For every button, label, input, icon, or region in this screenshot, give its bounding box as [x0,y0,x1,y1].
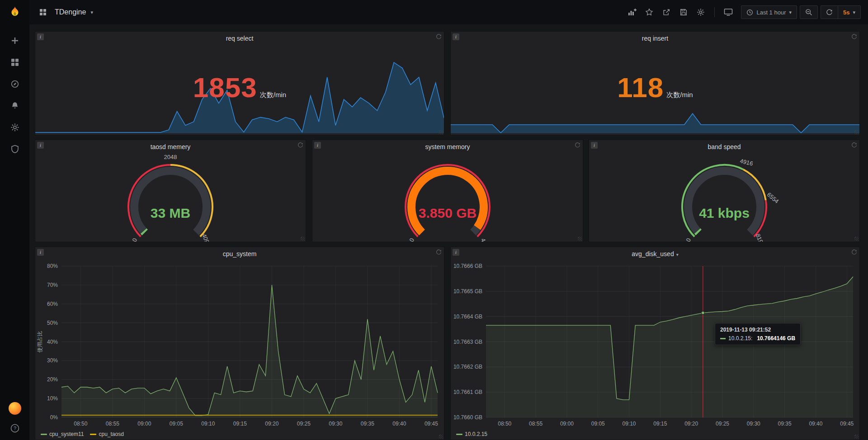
svg-text:09:30: 09:30 [329,421,342,427]
svg-text:09:20: 09:20 [684,421,698,427]
panel-title[interactable]: band speed [589,143,859,150]
panel-title[interactable]: req insert [451,35,859,42]
gauge-chart[interactable]: 02048409633 MB [75,154,265,242]
chart-legend: 10.0.2.15 [456,431,494,437]
svg-text:09:05: 09:05 [170,421,183,427]
panel-title[interactable]: system memory [312,143,583,150]
svg-text:09:25: 09:25 [297,421,311,427]
dashboard-settings-gear-icon[interactable] [693,5,708,19]
panel-req-select: i req select 1853次数/min [35,31,444,136]
star-icon[interactable] [642,5,656,19]
create-plus-icon[interactable] [9,35,20,46]
zoom-out-button[interactable] [800,5,818,19]
svg-text:09:20: 09:20 [265,421,278,427]
clock-icon [746,9,753,16]
timeseries-chart[interactable]: 08:5008:5509:0009:0509:1009:1509:2009:25… [451,261,859,440]
apps-grid-icon[interactable] [36,5,50,19]
refresh-icon [826,9,833,16]
gauge-chart[interactable]: 043.850 GB [353,154,542,242]
panel-taosd-memory: i taosd memery 02048409633 MB [35,140,306,242]
alerting-bell-icon[interactable] [9,100,20,111]
svg-text:33 MB: 33 MB [151,206,190,220]
svg-text:09:40: 09:40 [392,421,406,427]
gauge-chart[interactable]: 049166554819241 kbps [629,154,819,242]
add-panel-icon[interactable] [625,5,639,19]
legend-item[interactable]: cpu_system11 [41,431,84,437]
svg-text:10.7665 GB: 10.7665 GB [453,288,482,295]
admin-shield-icon[interactable] [9,144,20,154]
svg-text:0%: 0% [50,414,58,421]
share-icon[interactable] [659,5,674,19]
refresh-button[interactable] [821,5,838,19]
magnifier-minus-icon [805,9,812,16]
svg-text:3.850 GB: 3.850 GB [419,206,476,220]
panel-loading-icon [851,142,857,148]
panel-loading-icon [436,249,442,255]
svg-text:6554: 6554 [766,191,780,205]
chart-legend: cpu_system11cpu_taosd [41,431,130,437]
caret-down-icon[interactable]: ▾ [90,9,93,15]
svg-text:10.7660 GB: 10.7660 GB [453,414,482,421]
dashboard-title[interactable]: TDengine [55,8,86,16]
panel-title[interactable]: cpu_system [35,250,444,257]
configuration-gear-icon[interactable] [9,122,20,133]
panel-title[interactable]: taosd memery [35,143,306,150]
save-icon[interactable] [676,5,691,19]
navbar-divider [714,7,715,17]
svg-text:10%: 10% [47,395,58,402]
panel-loading-icon [851,249,857,255]
svg-text:09:35: 09:35 [361,421,374,427]
stat-unit: 次数/min [260,91,286,98]
dashboards-icon[interactable] [9,57,20,68]
svg-text:10.7666 GB: 10.7666 GB [453,263,482,269]
panel-req-insert: i req insert 118次数/min [450,31,860,136]
svg-text:2048: 2048 [164,154,177,160]
svg-text:09:15: 09:15 [233,421,247,427]
svg-text:08:55: 08:55 [106,421,119,427]
legend-series-dash [90,434,96,435]
svg-text:09:15: 09:15 [653,421,667,427]
panel-system-memory: i system memory 043.850 GB [312,140,583,242]
legend-series-dash [41,434,47,435]
cycle-view-tv-icon[interactable] [721,5,736,19]
panel-title[interactable]: avg_disk_used▾ [451,250,859,257]
svg-text:09:10: 09:10 [201,421,215,427]
svg-text:4916: 4916 [739,158,754,167]
svg-text:0: 0 [685,237,693,242]
svg-text:10.7663 GB: 10.7663 GB [453,339,482,345]
panel-menu-caret-icon[interactable]: ▾ [676,252,679,257]
svg-text:70%: 70% [47,282,58,288]
svg-text:08:50: 08:50 [74,421,87,427]
grafana-logo[interactable] [6,4,24,22]
sidebar: ? [0,0,29,440]
tooltip-time: 2019-11-13 09:21:52 [720,327,795,333]
svg-text:41 kbps: 41 kbps [699,206,750,220]
panel-loading-icon [851,34,857,40]
svg-text:20%: 20% [47,376,58,383]
svg-text:09:10: 09:10 [623,421,636,427]
stat-value-group: 118次数/min [451,71,859,103]
svg-text:使用占比: 使用占比 [37,331,43,353]
panel-title[interactable]: req select [35,35,444,42]
svg-text:09:35: 09:35 [778,421,792,427]
stat-value: 1853 [193,72,257,103]
time-picker-button[interactable]: Last 1 hour ▾ [741,5,797,19]
legend-series-dash [456,434,462,435]
timeseries-chart[interactable]: 08:5008:5509:0009:0509:1009:1509:2009:25… [35,261,444,440]
time-range-label: Last 1 hour [756,9,786,16]
legend-item[interactable]: cpu_taosd [90,431,123,437]
caret-down-icon: ▾ [853,9,855,15]
help-icon[interactable]: ? [9,423,20,434]
legend-item[interactable]: 10.0.2.15 [456,431,487,437]
refresh-interval-button[interactable]: 5s ▾ [838,5,861,19]
svg-text:60%: 60% [47,301,58,307]
user-avatar[interactable] [9,402,21,415]
caret-down-icon: ▾ [789,9,792,15]
refresh-interval-label: 5s [843,9,849,16]
svg-text:09:00: 09:00 [560,421,574,427]
explore-compass-icon[interactable] [9,79,20,89]
panel-loading-icon [436,34,442,40]
svg-text:0: 0 [408,237,416,242]
panel-loading-icon [297,142,303,148]
svg-text:30%: 30% [47,357,58,364]
